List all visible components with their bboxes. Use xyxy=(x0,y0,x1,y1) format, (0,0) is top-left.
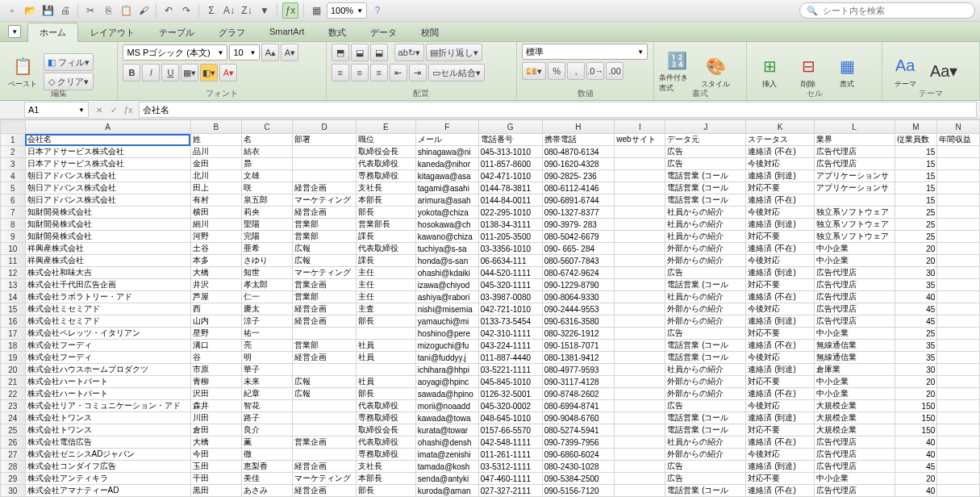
cell[interactable]: マーケティング xyxy=(293,267,357,279)
cell[interactable]: 080-6742-9624 xyxy=(542,267,614,279)
tab-レイアウト[interactable]: レイアウト xyxy=(78,23,147,42)
cell[interactable]: yokota@chiza xyxy=(415,207,478,219)
cell[interactable]: 45 xyxy=(895,303,937,315)
cell[interactable]: 有村 xyxy=(190,194,241,207)
cell[interactable]: 代表取締役 xyxy=(357,436,416,449)
cell[interactable]: 25 xyxy=(895,231,937,243)
cell[interactable]: 027-327-2111 xyxy=(478,485,542,497)
cell[interactable]: 祐一 xyxy=(241,328,292,340)
cell[interactable]: 溝口 xyxy=(190,340,241,352)
cell[interactable]: 経営企画 xyxy=(293,207,357,219)
cell[interactable]: 株式会社トワンス xyxy=(25,424,190,436)
cell[interactable]: 日本アドサービス株式会社 xyxy=(25,146,190,158)
cell[interactable]: 広告 xyxy=(665,267,746,279)
cell[interactable]: 経営企画 xyxy=(293,182,357,194)
cell[interactable]: 中小企業 xyxy=(814,255,895,267)
cell[interactable]: マーケティング xyxy=(293,473,357,485)
cell[interactable]: 未来 xyxy=(241,376,292,388)
cell[interactable] xyxy=(615,352,665,364)
cell[interactable]: 15 xyxy=(895,170,937,182)
row-header[interactable]: 2 xyxy=(1,146,26,158)
indent-inc-icon[interactable]: ⇥ xyxy=(409,64,427,81)
row-header[interactable]: 11 xyxy=(1,255,26,267)
cell[interactable]: 知財開発株式会社 xyxy=(25,219,190,231)
cell[interactable]: tamada@kosh xyxy=(415,461,478,473)
cell[interactable]: 広告代理店 xyxy=(814,436,895,449)
italic-button[interactable]: I xyxy=(142,64,160,81)
undo-icon[interactable]: ↶ xyxy=(161,3,176,18)
cell[interactable]: 090-6891-6744 xyxy=(542,194,614,207)
paste-button[interactable]: 📋 ペースト xyxy=(5,50,40,94)
cell[interactable]: 外部からの紹介 xyxy=(665,315,746,328)
cell[interactable]: データ元 xyxy=(665,134,746,146)
cell[interactable] xyxy=(293,424,357,436)
cell[interactable]: 祥興産株式会社 xyxy=(25,243,190,255)
cell[interactable]: kawano@chiza xyxy=(415,231,478,243)
cell[interactable]: 今後対応 xyxy=(746,449,814,461)
cell[interactable] xyxy=(615,388,665,400)
cell[interactable]: webサイト xyxy=(615,134,665,146)
tab-SmartArt[interactable]: SmartArt xyxy=(257,23,316,42)
cell[interactable]: 25 xyxy=(895,219,937,231)
cell[interactable]: 亜希 xyxy=(241,243,292,255)
cell[interactable] xyxy=(615,461,665,473)
toggle-grid-icon[interactable]: ▦ xyxy=(309,3,323,18)
cell[interactable]: morii@noaadd xyxy=(415,400,478,412)
row-header[interactable]: 14 xyxy=(1,291,26,303)
cell[interactable]: 20 xyxy=(895,388,937,400)
cell[interactable] xyxy=(937,364,980,376)
cell[interactable]: 支社長 xyxy=(357,182,416,194)
cell[interactable]: 080-4870-6134 xyxy=(542,146,614,158)
cell[interactable]: 20 xyxy=(895,243,937,255)
cell[interactable]: tani@fuddyy.j xyxy=(415,352,478,364)
cell[interactable]: 莉央 xyxy=(241,207,292,219)
cell[interactable]: 薫 xyxy=(241,436,292,449)
cell[interactable]: 独立系ソフトウェア xyxy=(814,231,895,243)
merge-button[interactable]: ▭ セル結合 ▾ xyxy=(428,64,485,81)
cell[interactable]: 社員からの紹介 xyxy=(665,291,746,303)
cell[interactable]: 倉庫業 xyxy=(814,364,895,376)
cell[interactable]: 慶太 xyxy=(241,303,292,315)
cell[interactable]: 株式会社アマナティーAD xyxy=(25,485,190,497)
cell[interactable]: 080-6112-4146 xyxy=(542,182,614,194)
cell[interactable]: 043-224-1111 xyxy=(478,340,542,352)
cell[interactable]: 取締役会長 xyxy=(357,424,416,436)
cell[interactable]: 代表取締役 xyxy=(357,158,416,170)
cell[interactable] xyxy=(937,207,980,219)
cell[interactable] xyxy=(293,449,357,461)
cell[interactable]: 専務取締役 xyxy=(357,449,416,461)
cell[interactable]: hoshino@pere xyxy=(415,328,478,340)
cell[interactable]: tagami@asahi xyxy=(415,182,478,194)
cell[interactable]: 045-320-0002 xyxy=(478,400,542,412)
cell[interactable]: 孝太郎 xyxy=(241,279,292,291)
cell[interactable] xyxy=(615,400,665,412)
row-header[interactable]: 30 xyxy=(1,485,26,497)
cell[interactable] xyxy=(937,388,980,400)
cell[interactable]: 連絡済 (到達) xyxy=(746,412,814,424)
cell[interactable] xyxy=(357,364,416,376)
cell[interactable] xyxy=(937,303,980,315)
cell[interactable]: 080-4977-9593 xyxy=(542,364,614,376)
cell[interactable]: 連絡済 (不在) xyxy=(746,485,814,497)
cell[interactable] xyxy=(615,207,665,219)
cell[interactable]: 主査 xyxy=(357,303,416,315)
row-header[interactable]: 26 xyxy=(1,436,26,449)
cell[interactable]: 042-548-1111 xyxy=(478,436,542,449)
cell[interactable]: 電話番号 xyxy=(478,134,542,146)
cell[interactable]: 広報 xyxy=(293,243,357,255)
cell[interactable]: 090-6860-6024 xyxy=(542,449,614,461)
cell[interactable]: 仁一 xyxy=(241,291,292,303)
cell[interactable]: 042-310-1111 xyxy=(478,328,542,340)
cell[interactable]: 0126-32-5001 xyxy=(478,388,542,400)
cell[interactable]: 知財開発株式会社 xyxy=(25,207,190,219)
column-header[interactable]: A xyxy=(25,120,190,134)
cell[interactable]: 職位 xyxy=(357,134,416,146)
tab-テーブル[interactable]: テーブル xyxy=(147,23,206,42)
cell[interactable]: 0138-34-3111 xyxy=(478,219,542,231)
cell[interactable]: マーケティング xyxy=(293,194,357,207)
cell[interactable]: 連絡済 (不在) xyxy=(746,340,814,352)
cell[interactable]: 電話営業 (コール xyxy=(665,352,746,364)
theme-button[interactable]: Aa テーマ xyxy=(887,50,923,94)
cell[interactable] xyxy=(293,364,357,376)
cell[interactable] xyxy=(615,364,665,376)
